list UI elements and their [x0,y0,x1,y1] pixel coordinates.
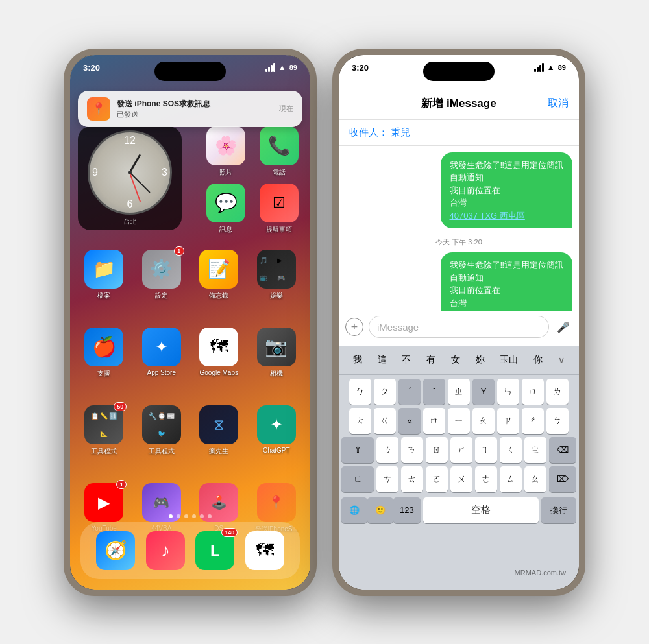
key-zhuyin-12[interactable]: ㄗ [497,408,519,434]
key-Y[interactable]: Y [472,379,495,405]
signal-icon-right [534,63,544,72]
cancel-button[interactable]: 取消 [548,97,569,110]
key-zhuyin-20[interactable]: ㄑ [500,437,522,463]
app-icon-notes[interactable]: 📝 備忘錄 [193,250,245,300]
key-zh-4-4[interactable]: ㄛ [426,466,448,492]
key-zhuyin-1[interactable]: ㄅ [349,379,371,405]
app-icon-photos[interactable]: 🌸 照片 [202,126,249,177]
dock-line[interactable]: L 140 [195,531,234,570]
key-shift[interactable]: ⇧ [341,437,374,463]
key-zhuyin-6[interactable]: ㄌ [546,379,569,405]
key-emoji[interactable]: 🙂 [367,497,393,523]
app-icon-metaman[interactable]: ⧖ 瘋先生 [193,405,245,456]
app-icon-appstore[interactable]: ✦ App Store [136,328,188,378]
suggestion-4[interactable]: 有 [426,354,435,366]
key-zhuyin-18[interactable]: ㄕ [450,437,472,463]
right-phone: 3:20 ▲ 89 新增 iMessage 取消 收件人： 秉兒 我發生危險了‼… [332,49,585,596]
keyboard: 我 這 不 有 女 妳 玉山 你 ∨ ㄅ ㄆ ˊ ˇ ㄓ Y ㄣ ㄇ ㄌ [339,346,579,590]
notification-banner[interactable]: 📍 發送 iPhone SOS求救訊息 已發送 現在 [78,91,302,127]
kb-row-3: ⇧ ㄋ ㄎ ㄖ ㄕ ㄒ ㄑ ㄓ ⌫ [341,437,576,463]
app-icon-googlemaps[interactable]: 🗺 Google Maps [193,328,245,378]
key-zhuyin-13[interactable]: ㄔ [522,408,544,434]
key-zhuyin-17[interactable]: ㄖ [426,437,448,463]
key-zhuyin-7[interactable]: ㄊ [349,408,371,434]
app-icon-support[interactable]: 🍎 支援 [78,328,130,378]
suggestion-7[interactable]: 玉山 [500,354,518,366]
time-left: 3:20 [83,63,100,73]
suggestion-2[interactable]: 這 [378,354,387,366]
row3-apps: 🍎 支援 ✦ App Store 🗺 Google Maps 📷 相機 [78,328,302,378]
message-input[interactable]: iMessage [369,316,549,338]
key-zhuyin-3[interactable]: ㄓ [448,379,470,405]
notification-icon: 📍 [87,97,110,121]
app-icon-files[interactable]: 📁 檔案 [78,250,130,300]
app-icon-tools1[interactable]: 📋📏 🔢📐 50 工具程式 [78,405,130,456]
app-icon-tools2[interactable]: 🔧⌚ 📰🐦 工具程式 [136,405,188,456]
keyboard-rows: ㄅ ㄆ ˊ ˇ ㄓ Y ㄣ ㄇ ㄌ ㄊ ㄍ « ㄇ ㄧ ㄠ ㄗ ㄔ ㄅ [339,375,579,496]
top-right-apps: 🌸 照片 📞 電話 💬 訊息 ☑ 提醒事項 [202,126,302,234]
app-icon-settings[interactable]: ⚙️ 1 設定 [136,250,188,300]
suggestion-1[interactable]: 我 [353,354,362,366]
signal-icon [265,63,275,72]
key-zh-4-7[interactable]: ㄙ [500,466,522,492]
battery-icon-right: 89 [558,64,566,71]
key-zh-4-2[interactable]: ㄘ [376,466,398,492]
page-dots [70,514,310,518]
dynamic-island-right [423,62,495,81]
time-right: 3:20 [352,63,369,73]
key-zh-4-6[interactable]: ㄜ [475,466,497,492]
key-zhuyin-9[interactable]: ㄇ [423,408,445,434]
key-zhuyin-21[interactable]: ㄓ [524,437,546,463]
key-zhuyin-2[interactable]: ㄆ [374,379,396,405]
voice-input-button[interactable]: 🎤 [554,318,572,336]
app-icon-entertainment[interactable]: 🎵▶ 📺🎮 娛樂 [251,250,303,300]
suggestion-8[interactable]: 你 [533,354,543,366]
key-tone-3[interactable]: ˇ [423,379,445,405]
dock-maps[interactable]: 🗺 [245,531,284,570]
key-zhuyin-11[interactable]: ㄠ [472,408,495,434]
dock-safari[interactable]: 🧭 [96,531,135,570]
app-icon-camera[interactable]: 📷 相機 [251,328,303,378]
messages-container: 我發生危險了‼這是用定位簡訊 自動通知 我目前位置在 台灣 407037 TXG… [339,146,579,330]
app-icon-messages[interactable]: 💬 訊息 [202,184,249,234]
suggestion-6[interactable]: 妳 [476,354,485,366]
suggestion-5[interactable]: 女 [451,354,460,366]
key-123[interactable]: 123 [393,497,421,523]
imessage-title: 新增 iMessage [421,96,496,111]
key-return[interactable]: 換行 [541,497,576,523]
key-zh-4-1[interactable]: ㄈ [341,466,374,492]
add-attachment-button[interactable]: + [345,318,363,336]
imessage-input-bar: + iMessage 🎤 [339,311,579,343]
clock-center [128,171,132,174]
key-delete[interactable]: ⌦ [549,466,576,492]
key-zh-4-3[interactable]: ㄊ [401,466,423,492]
key-zhuyin-14[interactable]: ㄅ [546,408,569,434]
key-zhuyin-15[interactable]: ㄋ [376,437,398,463]
clock-widget: 12 3 6 9 台北 [78,126,182,230]
app-icon-phone[interactable]: 📞 電話 [256,126,302,177]
app-icon-chatgpt[interactable]: ✦ ChatGPT [251,405,303,456]
key-zhuyin-4[interactable]: ㄣ [497,379,519,405]
suggestions-expand[interactable]: ∨ [558,355,565,365]
key-zhuyin-8[interactable]: ㄍ [374,408,396,434]
key-zh-4-5[interactable]: ㄨ [450,466,472,492]
clock-face: 12 3 6 9 [88,130,172,215]
wifi-icon-right: ▲ [547,63,555,72]
key-zhuyin-16[interactable]: ㄎ [401,437,423,463]
app-icon-reminders[interactable]: ☑ 提醒事項 [256,184,302,234]
row4-apps: 📋📏 🔢📐 50 工具程式 🔧⌚ 📰🐦 工具程式 ⧖ 瘋先生 ✦ ChatGPT [78,405,302,456]
suggestion-3[interactable]: 不 [402,354,411,366]
notification-text: 發送 iPhone SOS求救訊息 已發送 [117,99,273,119]
key-tone-4[interactable]: « [398,408,421,434]
key-space[interactable]: 空格 [423,497,539,523]
dock-music[interactable]: ♪ [146,531,185,570]
wifi-icon: ▲ [278,63,286,72]
key-backspace[interactable]: ⌫ [549,437,576,463]
key-globe[interactable]: 🌐 [341,497,367,523]
key-zhuyin-5[interactable]: ㄇ [522,379,544,405]
key-tone-2[interactable]: ˊ [398,379,421,405]
key-zh-4-8[interactable]: ㄠ [524,466,546,492]
kb-row-2: ㄊ ㄍ « ㄇ ㄧ ㄠ ㄗ ㄔ ㄅ [341,408,576,434]
key-zhuyin-10[interactable]: ㄧ [448,408,470,434]
key-zhuyin-19[interactable]: ㄒ [475,437,497,463]
